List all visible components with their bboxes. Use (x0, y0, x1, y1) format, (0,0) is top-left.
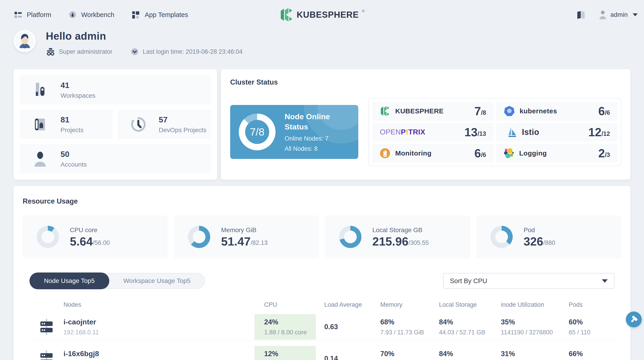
gauge-label: Pod (524, 226, 555, 234)
stat-tile-projects[interactable]: 81 Projects (20, 110, 113, 139)
storage-percent: 84% (439, 318, 494, 326)
component-value: 12 (588, 126, 602, 138)
component-name: Istio (522, 128, 540, 137)
cpu-cell: 12% 0.93 / 8.00 core (254, 346, 316, 360)
node-online-ratio: 7/8 (245, 120, 269, 144)
hero-greeting: Hello admin Super administrator Last log… (14, 30, 242, 56)
storage-donut (339, 226, 362, 248)
memory-donut (188, 226, 210, 248)
prometheus-icon (380, 148, 390, 158)
node-ip: 192.168.0.11 (64, 329, 254, 336)
workspace-icon (20, 82, 60, 98)
username-label: admin (610, 11, 628, 18)
column-header-storage: Local Storage (432, 301, 494, 308)
component-total: /13 (478, 130, 486, 138)
online-nodes-label: Online Nodes: 7 (284, 135, 352, 142)
resource-usage-card: Resource Usage CPU core 5.64 /56.00 Memo… (14, 186, 630, 360)
user-menu[interactable]: admin (599, 10, 638, 20)
sort-by-dropdown[interactable]: Sort By CPU (443, 273, 614, 289)
user-icon (599, 10, 607, 20)
avatar (14, 30, 36, 52)
kubernetes-icon: ☸ (504, 106, 515, 116)
svg-text:☸: ☸ (506, 108, 512, 114)
logo-text: KUBESPHERE (296, 8, 359, 22)
memory-percent: 68% (380, 318, 432, 326)
kubesphere-logo-icon (279, 8, 294, 22)
component-value: 2 (598, 147, 605, 159)
cpu-cell: 24% 1.88 / 8.00 core (254, 314, 316, 340)
stat-tile-devops[interactable]: 57 DevOps Projects (118, 110, 211, 139)
stat-label: Workspaces (60, 92, 96, 99)
resource-usage-title: Resource Usage (23, 197, 621, 206)
inode-detail: 1141190 / 3276800 (501, 329, 562, 336)
gauge-label: Local Storage GB (372, 226, 429, 234)
node-table-row[interactable]: i-caojnter 192.168.0.11 24% 1.88 / 8.00 … (30, 314, 614, 340)
role-label: Super administrator (59, 48, 112, 55)
component-tile-openpitrix: OPENP!TRIX 13 /13 (372, 123, 494, 142)
load-average: 0.63 (324, 323, 338, 331)
component-tile-monitoring: Monitoring 6 /6 (372, 144, 494, 162)
page-greeting: Hello admin (46, 30, 242, 42)
person-icon (20, 151, 60, 167)
stat-tile-workspaces[interactable]: 41 Workspaces (20, 75, 211, 104)
openpitrix-logo: OPENP!TRIX (380, 128, 426, 136)
pods-detail: 65 / 110 (569, 329, 616, 336)
stat-value: 81 (60, 115, 84, 124)
last-login-label: Last login time: 2019-06-28 23:46:04 (143, 48, 243, 55)
inode-percent: 31% (501, 350, 562, 358)
column-header-nodes: Nodes (64, 301, 254, 308)
pods-percent: 60% (569, 318, 616, 326)
logo-registered-mark: ® (362, 9, 365, 13)
nav-item-label: App Templates (145, 11, 188, 18)
column-header-pods: Pods (562, 301, 616, 308)
platform-icon (14, 10, 23, 19)
tab-node-usage-top5[interactable]: Node Usage Top5 (30, 272, 109, 289)
history-clock-icon (118, 116, 159, 132)
kubesphere-logo[interactable]: KUBESPHERE ® (279, 8, 365, 22)
last-login-icon (130, 47, 139, 56)
node-online-donut: 7/8 (239, 114, 276, 150)
inode-percent: 35% (501, 318, 562, 326)
cluster-status-card: Cluster Status 7/8 Node Online Status On… (221, 69, 630, 180)
components-panel: KUBESPHERE 7 /8 ☸ kubernetes 6 /6 OP (368, 98, 621, 166)
gauge-tile-cpu: CPU core 5.64 /56.00 (23, 215, 168, 258)
gauge-total: /880 (543, 240, 555, 246)
storage-detail: 44.03 / 52.71 GB (439, 329, 494, 336)
gauge-label: CPU core (70, 226, 110, 234)
gauge-total: /82.13 (250, 240, 268, 246)
chevron-down-icon (602, 279, 608, 283)
chevron-down-icon (633, 14, 638, 16)
node-name-link[interactable]: i-caojnter (64, 318, 254, 326)
tab-workspace-usage-top5[interactable]: Workspace Usage Top5 (109, 273, 204, 289)
cluster-status-title: Cluster Status (230, 78, 621, 86)
logging-icon (504, 148, 514, 158)
all-nodes-label: All Nodes: 8 (284, 145, 352, 152)
stat-tile-accounts[interactable]: 50 Accounts (20, 144, 211, 174)
docs-book-icon[interactable] (576, 10, 586, 19)
node-online-title: Node Online Status (284, 112, 352, 132)
cpu-donut (37, 226, 59, 248)
component-name: KUBESPHERE (395, 107, 444, 115)
nav-item-label: Platform (27, 11, 51, 18)
toolbox-fab-button[interactable] (626, 312, 642, 327)
gauge-used: 51.47 (221, 236, 250, 247)
node-table-header: Nodes CPU Load Average Memory Local Stor… (30, 298, 614, 311)
stat-label: DevOps Projects (159, 126, 206, 134)
node-name-link[interactable]: i-16x6bgj8 (64, 350, 254, 358)
nav-item-app-templates[interactable]: App Templates (131, 10, 188, 20)
role-icon (46, 48, 55, 56)
gauge-tile-memory: Memory GiB 51.47 /82.13 (174, 215, 319, 258)
gauge-tile-storage: Local Storage GB 215.96 /305.55 (325, 215, 470, 258)
component-tile-logging: Logging 2 /3 (496, 144, 618, 162)
project-icon (20, 116, 60, 132)
sort-by-label: Sort By CPU (450, 277, 487, 285)
component-tile-kubesphere: KUBESPHERE 7 /8 (372, 102, 494, 120)
server-icon (30, 350, 64, 360)
app-grid-icon (131, 10, 140, 20)
nav-item-label: Workbench (81, 11, 114, 18)
column-header-cpu: CPU (254, 301, 316, 308)
node-table-row[interactable]: i-16x6bgj8 192.168.0.14 12% 0.93 / 8.00 … (30, 346, 614, 360)
nav-item-platform[interactable]: Platform (14, 10, 51, 19)
nav-item-workbench[interactable]: Workbench (68, 10, 114, 19)
component-value: 13 (464, 126, 478, 138)
